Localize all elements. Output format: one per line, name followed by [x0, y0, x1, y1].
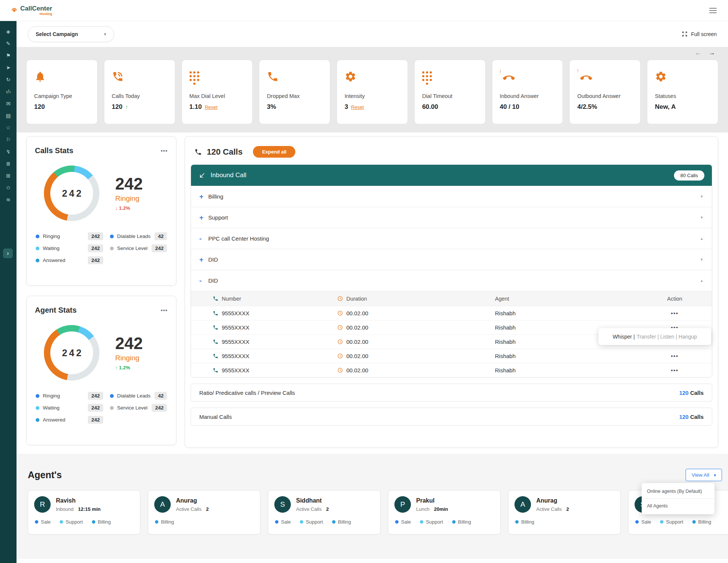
phone-icon: [213, 310, 218, 316]
book-icon[interactable]: ▤: [0, 110, 17, 122]
manual-calls-row[interactable]: Manual Calls 120 Calls: [191, 408, 712, 426]
calls-stats-card: Calls Stats ••• 242 242 Ringing ↓ 1.2%: [26, 136, 176, 286]
avatar: S: [274, 496, 291, 513]
toolbar: Select Campaign ▾ Full screen: [17, 21, 728, 47]
label-icon[interactable]: ⚑: [0, 50, 17, 62]
star-outline-icon[interactable]: ✩: [0, 182, 17, 194]
stat-card-dial-timeout: Dial Timeout 60.00: [414, 60, 486, 124]
compose-icon[interactable]: ✉: [0, 98, 17, 110]
brand-name-1: Call: [20, 5, 32, 12]
topbar: CallCenter Hosting: [0, 0, 728, 21]
layers-icon[interactable]: ≋: [0, 194, 17, 206]
water-drop-icon[interactable]: ◈: [0, 26, 17, 38]
call-agent: Rishabh: [495, 310, 645, 316]
bolt-icon[interactable]: ↯: [0, 146, 17, 158]
agent-name: Anurag: [176, 497, 209, 504]
agent-status-value: 2: [566, 506, 569, 512]
phone-icon: [213, 296, 218, 301]
legend-dot: [110, 247, 114, 250]
tag-dot: [660, 520, 663, 524]
list-icon[interactable]: ≣: [0, 158, 17, 170]
tag-sale: Sale: [35, 519, 51, 525]
row-actions-icon[interactable]: •••: [671, 367, 678, 373]
call-number: 9555XXXX: [222, 310, 249, 316]
chevron-icon: ▼: [700, 215, 704, 220]
campaign-select-dropdown[interactable]: Select Campaign ▾: [28, 26, 114, 42]
tag-billing: Billing: [692, 519, 711, 525]
accordion-did-expanded[interactable]: - DID ▲: [191, 270, 712, 291]
grid-icon[interactable]: ⊞: [0, 170, 17, 182]
arrow-left-icon[interactable]: ←: [695, 49, 701, 57]
call-table-row: 9555XXXX 00.02.00 Rishabh •••: [191, 306, 712, 320]
star-icon[interactable]: ☆: [0, 122, 17, 134]
other-actions[interactable]: Transfer | Listen | Hangup: [637, 334, 697, 340]
reset-link[interactable]: Reset: [205, 104, 218, 110]
send-icon[interactable]: ➤: [0, 62, 17, 74]
dropdown-option-all-agents[interactable]: All Agents: [642, 499, 714, 513]
stat-label: Calls Today: [112, 93, 167, 99]
row-actions-icon[interactable]: •••: [671, 353, 678, 359]
agent-card-ravish[interactable]: R Ravish Inbound12:15 min Sale Support B…: [28, 490, 140, 534]
legend-dot: [110, 394, 114, 398]
agent-status-value: 2: [326, 506, 329, 512]
more-icon[interactable]: •••: [161, 148, 168, 154]
stat-card-outbound-answer: ↑ Outbound Answer 4/2.5%: [569, 60, 641, 124]
call-number: 9555XXXX: [222, 367, 249, 373]
sidebar-expand-button[interactable]: ›: [3, 248, 13, 258]
tag-billing: Billing: [452, 519, 471, 525]
main-content: Select Campaign ▾ Full screen ← → Campai…: [17, 21, 728, 563]
more-icon[interactable]: •••: [161, 307, 168, 313]
tag-support: Support: [60, 519, 83, 525]
pencil-icon[interactable]: ✎: [0, 38, 17, 50]
accordion-billing[interactable]: + Billing ▼: [191, 186, 712, 207]
stat-card-calls-today: Calls Today 120↑: [104, 60, 175, 124]
chevron-down-icon: ▾: [104, 32, 106, 37]
inbound-call-header[interactable]: Inbound Call 80 Calls: [191, 165, 712, 186]
expand-all-button[interactable]: Expend all: [253, 146, 295, 158]
dropdown-option-online-agents[interactable]: Online agents (By Default): [642, 484, 714, 499]
view-all-dropdown: Online agents (By Default) All Agents: [642, 483, 714, 514]
arrow-right-icon[interactable]: →: [709, 49, 715, 57]
stat-value: 3%: [267, 103, 276, 111]
reset-link[interactable]: Reset: [351, 104, 364, 110]
stat-value: 4/2.5%: [577, 103, 597, 111]
stat-value: New, A: [655, 103, 675, 111]
agent-status-label: Inbound: [56, 506, 74, 512]
call-table-row: 9555XXXX 00.02.00 Rishabh •••: [191, 363, 712, 377]
view-all-button[interactable]: View All ▾: [686, 469, 722, 481]
legend-item: Ringing242: [36, 232, 103, 240]
stat-label: Max Dial Level: [190, 93, 245, 99]
bell-nav-icon[interactable]: ⚐: [0, 134, 17, 146]
accordion-support[interactable]: + Support ▼: [191, 207, 712, 228]
legend-dot: [36, 406, 39, 410]
calls-count: 120: [679, 414, 689, 420]
ratio-predictive-row[interactable]: Ratio/ Predicative calls / Preview Calls…: [191, 384, 712, 402]
chevron-icon: ▼: [700, 194, 704, 199]
agent-card-anurag[interactable]: A Anurag Active Calls2 Billing: [148, 490, 260, 534]
code-icon[interactable]: ‹/›: [0, 86, 17, 98]
agent-status-label: Lunch: [416, 506, 429, 512]
stat-value: 120: [112, 103, 122, 111]
phone-icon: [213, 339, 218, 345]
calls-stats-donut-chart: 242: [44, 166, 99, 221]
stat-card-dropped-max: Dropped Max 3%: [259, 60, 330, 124]
tag-billing: Billing: [92, 519, 111, 525]
agent-card-siddhant[interactable]: S Siddhant Active Calls2 Sale Support Bi…: [268, 490, 381, 534]
legend-value: 242: [88, 392, 103, 400]
agent-stats-title: Agent Stats: [35, 306, 77, 315]
agent-card-prakul[interactable]: P Prakul Lunch20min Sale Support Billing: [388, 490, 501, 534]
fullscreen-button[interactable]: Full screen: [681, 31, 717, 37]
accordion-did-collapsed[interactable]: + DID ▼: [191, 249, 712, 270]
menu-icon[interactable]: [708, 6, 718, 15]
donut-center-value: 242: [50, 331, 93, 374]
tag-billing: Billing: [332, 519, 351, 525]
agent-card-anurag-2[interactable]: A Anurag Active Calls2 Billing: [508, 490, 621, 534]
trend-up-icon: ↑: [125, 104, 128, 110]
whisper-action[interactable]: Whisper |: [613, 334, 635, 340]
row-actions-icon[interactable]: •••: [671, 310, 678, 316]
brand-logo[interactable]: CallCenter Hosting: [10, 5, 52, 16]
accordion-ppc[interactable]: - PPC call Center Hosting ▲: [191, 228, 712, 249]
phone-dropped-icon: [267, 71, 322, 87]
tag-support: Support: [660, 519, 683, 525]
refresh-icon[interactable]: ↻: [0, 74, 17, 86]
